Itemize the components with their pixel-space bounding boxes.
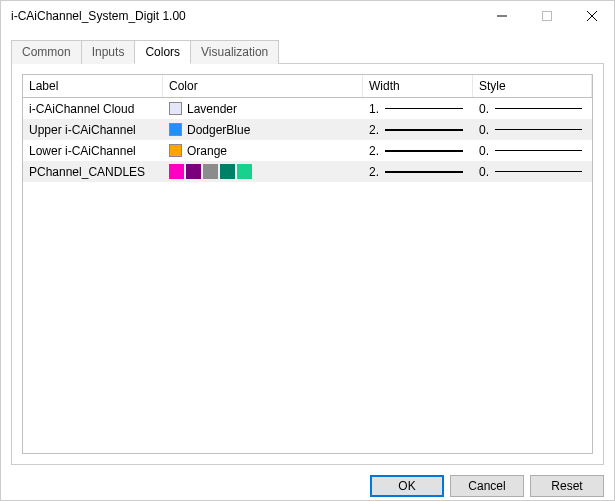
color-name: DodgerBlue [187, 123, 250, 137]
minimize-icon [497, 11, 507, 21]
cell-label[interactable]: PChannel_CANDLES [23, 161, 163, 182]
palette-swatch [186, 164, 201, 179]
grid-row[interactable]: PChannel_CANDLES2.0. [23, 161, 592, 182]
style-line-preview [495, 108, 582, 109]
grid-row[interactable]: i-CAiChannel CloudLavender1.0. [23, 98, 592, 119]
maximize-icon [542, 11, 552, 21]
palette-swatch [203, 164, 218, 179]
style-line-preview [495, 129, 582, 130]
cell-color[interactable]: Orange [163, 140, 363, 161]
header-width[interactable]: Width [363, 75, 473, 97]
tab-visualization[interactable]: Visualization [190, 40, 279, 64]
style-value: 0. [479, 144, 493, 158]
cell-color[interactable] [163, 161, 363, 182]
window-title: i-CAiChannel_System_Digit 1.00 [11, 9, 479, 23]
tab-common[interactable]: Common [11, 40, 82, 64]
cell-label[interactable]: i-CAiChannel Cloud [23, 98, 163, 119]
cell-width[interactable]: 2. [363, 140, 473, 161]
colors-grid: Label Color Width Style i-CAiChannel Clo… [22, 74, 593, 454]
palette-swatches [169, 164, 252, 179]
color-swatch [169, 102, 182, 115]
cell-style[interactable]: 0. [473, 119, 592, 140]
grid-header: Label Color Width Style [23, 75, 592, 98]
style-line-preview [495, 150, 582, 151]
tab-panel: Label Color Width Style i-CAiChannel Clo… [11, 63, 604, 465]
cell-color[interactable]: Lavender [163, 98, 363, 119]
cell-width[interactable]: 2. [363, 119, 473, 140]
grid-row[interactable]: Upper i-CAiChannelDodgerBlue2.0. [23, 119, 592, 140]
color-name: Lavender [187, 102, 237, 116]
width-line-preview [385, 129, 463, 131]
title-bar: i-CAiChannel_System_Digit 1.00 [1, 1, 614, 31]
color-swatch [169, 144, 182, 157]
color-name: Orange [187, 144, 227, 158]
reset-button[interactable]: Reset [530, 475, 604, 497]
style-value: 0. [479, 165, 493, 179]
palette-swatch [169, 164, 184, 179]
palette-swatch [220, 164, 235, 179]
style-value: 0. [479, 102, 493, 116]
tab-colors[interactable]: Colors [134, 40, 191, 64]
width-value: 1. [369, 102, 383, 116]
cell-color[interactable]: DodgerBlue [163, 119, 363, 140]
grid-row[interactable]: Lower i-CAiChannelOrange2.0. [23, 140, 592, 161]
style-value: 0. [479, 123, 493, 137]
close-button[interactable] [569, 1, 614, 31]
ok-button[interactable]: OK [370, 475, 444, 497]
cell-style[interactable]: 0. [473, 161, 592, 182]
color-swatch [169, 123, 182, 136]
cancel-button[interactable]: Cancel [450, 475, 524, 497]
width-line-preview [385, 108, 463, 109]
maximize-button [524, 1, 569, 31]
tab-inputs[interactable]: Inputs [81, 40, 136, 64]
width-line-preview [385, 150, 463, 152]
width-value: 2. [369, 165, 383, 179]
minimize-button[interactable] [479, 1, 524, 31]
cell-style[interactable]: 0. [473, 140, 592, 161]
tab-strip: Common Inputs Colors Visualization [11, 40, 604, 64]
header-label[interactable]: Label [23, 75, 163, 97]
width-value: 2. [369, 123, 383, 137]
palette-swatch [237, 164, 252, 179]
close-icon [587, 11, 597, 21]
svg-rect-1 [542, 12, 551, 21]
dialog-footer: OK Cancel Reset [1, 465, 614, 501]
cell-label[interactable]: Upper i-CAiChannel [23, 119, 163, 140]
cell-style[interactable]: 0. [473, 98, 592, 119]
header-color[interactable]: Color [163, 75, 363, 97]
cell-width[interactable]: 2. [363, 161, 473, 182]
style-line-preview [495, 171, 582, 172]
width-value: 2. [369, 144, 383, 158]
cell-label[interactable]: Lower i-CAiChannel [23, 140, 163, 161]
header-style[interactable]: Style [473, 75, 592, 97]
width-line-preview [385, 171, 463, 173]
cell-width[interactable]: 1. [363, 98, 473, 119]
